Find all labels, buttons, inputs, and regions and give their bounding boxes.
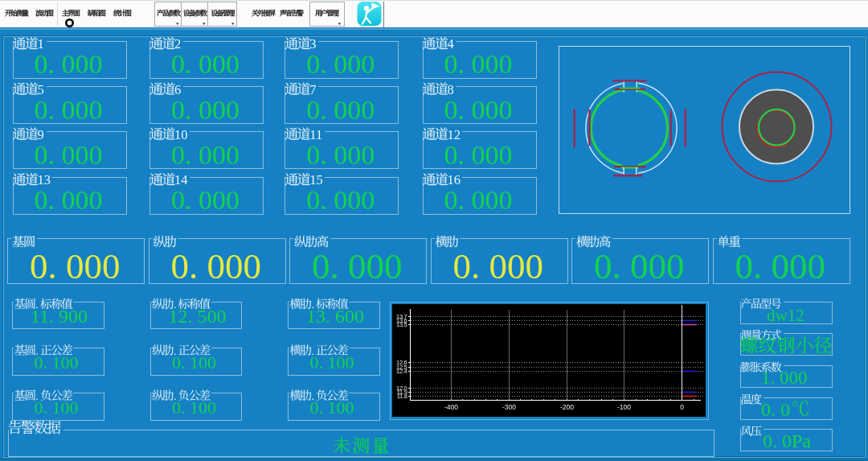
svg-text:0. 000: 0. 000 bbox=[594, 246, 685, 286]
svg-text:-400: -400 bbox=[444, 403, 458, 411]
svg-text:13.5: 13.5 bbox=[396, 321, 407, 328]
svg-text:0. 000: 0. 000 bbox=[306, 140, 375, 170]
svg-text:0. 000: 0. 000 bbox=[306, 185, 375, 215]
svg-text:0. 100: 0. 100 bbox=[172, 397, 216, 418]
svg-text:0. 000: 0. 000 bbox=[171, 49, 240, 79]
svg-text:0: 0 bbox=[680, 403, 684, 411]
svg-text:0. 000: 0. 000 bbox=[35, 185, 103, 215]
svg-text:0. 000: 0. 000 bbox=[444, 185, 513, 215]
svg-text:0. 000: 0. 000 bbox=[735, 246, 826, 286]
svg-text:0. 000: 0. 000 bbox=[453, 246, 544, 286]
svg-text:12. 500: 12. 500 bbox=[169, 306, 227, 327]
svg-text:0. 000: 0. 000 bbox=[35, 95, 103, 125]
svg-text:-300: -300 bbox=[502, 403, 516, 411]
svg-text:-200: -200 bbox=[560, 403, 574, 411]
svg-text:0. 000: 0. 000 bbox=[444, 49, 513, 79]
svg-text:1. 000: 1. 000 bbox=[761, 368, 808, 388]
svg-text:0. 000: 0. 000 bbox=[171, 185, 240, 215]
svg-text:0. 0Pa: 0. 0Pa bbox=[763, 430, 811, 451]
svg-text:0. 100: 0. 100 bbox=[35, 397, 79, 418]
svg-text:dw12: dw12 bbox=[767, 306, 805, 325]
svg-text:0. 000: 0. 000 bbox=[306, 49, 375, 79]
svg-text:0. 000: 0. 000 bbox=[35, 140, 103, 170]
svg-text:0. 0: 0. 0 bbox=[761, 399, 790, 420]
svg-text:0. 100: 0. 100 bbox=[310, 397, 354, 418]
svg-text:0. 000: 0. 000 bbox=[171, 95, 240, 125]
svg-text:0. 100: 0. 100 bbox=[172, 352, 216, 373]
svg-text:0. 100: 0. 100 bbox=[35, 352, 79, 373]
svg-text:0. 100: 0. 100 bbox=[310, 352, 354, 373]
svg-text:13. 600: 13. 600 bbox=[306, 306, 364, 327]
svg-text:0. 000: 0. 000 bbox=[171, 140, 240, 170]
svg-text:-100: -100 bbox=[617, 403, 631, 411]
svg-text:0. 000: 0. 000 bbox=[35, 49, 103, 79]
svg-text:0. 000: 0. 000 bbox=[312, 246, 403, 286]
svg-text:0. 000: 0. 000 bbox=[30, 246, 121, 286]
svg-text:11. 900: 11. 900 bbox=[31, 306, 88, 327]
svg-text:0. 000: 0. 000 bbox=[444, 95, 513, 125]
svg-text:11.8: 11.8 bbox=[397, 393, 407, 400]
svg-text:0. 000: 0. 000 bbox=[306, 95, 375, 125]
svg-text:0. 000: 0. 000 bbox=[444, 140, 513, 170]
svg-text:12.4: 12.4 bbox=[396, 368, 407, 375]
svg-text:0. 000: 0. 000 bbox=[171, 246, 262, 286]
